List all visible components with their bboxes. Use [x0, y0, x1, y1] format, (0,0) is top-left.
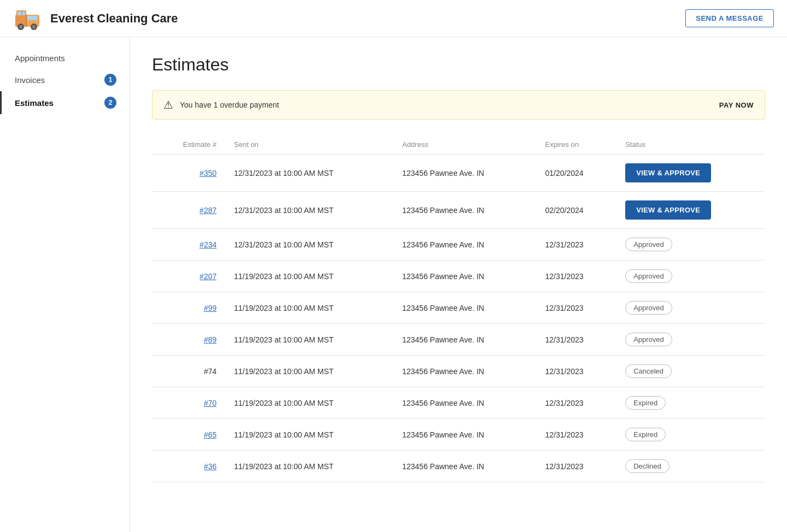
expires-on-cell: 12/31/2023 — [536, 356, 616, 387]
sidebar-item-invoices[interactable]: Invoices 1 — [0, 68, 130, 91]
company-name: Everest Cleaning Care — [50, 11, 178, 26]
table-row: #7411/19/2023 at 10:00 AM MST123456 Pawn… — [152, 356, 765, 387]
estimate-link[interactable]: #99 — [204, 304, 216, 312]
table-row: #6511/19/2023 at 10:00 AM MST123456 Pawn… — [152, 419, 765, 451]
address-cell: 123456 Pawnee Ave. IN — [393, 261, 537, 292]
invoices-badge: 1 — [104, 74, 116, 86]
status-cell: Expired — [616, 419, 765, 451]
status-cell: Approved — [616, 324, 765, 356]
expires-on-cell: 12/31/2023 — [536, 261, 616, 292]
expires-on-cell: 12/31/2023 — [536, 387, 616, 419]
status-badge: Approved — [625, 269, 672, 283]
expires-on-cell: 12/31/2023 — [536, 451, 616, 482]
svg-point-9 — [32, 25, 36, 28]
sidebar-item-estimates[interactable]: Estimates 2 — [0, 91, 130, 114]
view-approve-button[interactable]: VIEW & APPROVE — [625, 163, 711, 182]
alert-text: You have 1 overdue payment — [180, 101, 279, 109]
status-badge: Approved — [625, 238, 672, 251]
page-title: Estimates — [152, 55, 765, 75]
status-cell: VIEW & APPROVE — [616, 155, 765, 192]
sent-on-cell: 11/19/2023 at 10:00 AM MST — [225, 419, 393, 451]
sent-on-cell: 12/31/2023 at 10:00 AM MST — [225, 192, 393, 229]
status-cell: Approved — [616, 261, 765, 292]
status-cell: Declined — [616, 451, 765, 482]
svg-rect-3 — [17, 11, 21, 15]
col-expires-on: Expires on — [536, 135, 616, 155]
address-cell: 123456 Pawnee Ave. IN — [393, 419, 537, 451]
address-cell: 123456 Pawnee Ave. IN — [393, 155, 537, 192]
estimate-id-cell: #70 — [152, 387, 225, 419]
sidebar-item-estimates-label: Estimates — [15, 98, 54, 108]
table-row: #23412/31/2023 at 10:00 AM MST123456 Paw… — [152, 229, 765, 261]
address-cell: 123456 Pawnee Ave. IN — [393, 192, 537, 229]
address-cell: 123456 Pawnee Ave. IN — [393, 356, 537, 387]
address-cell: 123456 Pawnee Ave. IN — [393, 451, 537, 482]
sidebar-item-appointments-label: Appointments — [15, 54, 65, 63]
main-content: Estimates ⚠ You have 1 overdue payment P… — [130, 37, 787, 532]
alert-left: ⚠ You have 1 overdue payment — [163, 98, 279, 111]
estimate-link[interactable]: #207 — [199, 272, 216, 281]
status-badge: Approved — [625, 301, 672, 315]
table-row: #35012/31/2023 at 10:00 AM MST123456 Paw… — [152, 155, 765, 192]
sidebar: Appointments Invoices 1 Estimates 2 — [0, 37, 130, 532]
estimate-id-cell: #65 — [152, 419, 225, 451]
estimate-link[interactable]: #36 — [204, 462, 216, 471]
svg-rect-4 — [22, 11, 25, 15]
sidebar-item-appointments[interactable]: Appointments — [0, 48, 130, 68]
app-header: Everest Cleaning Care SEND A MESSAGE — [0, 0, 787, 37]
col-address: Address — [393, 135, 537, 155]
estimate-link[interactable]: #89 — [204, 335, 216, 344]
estimate-id-cell: #89 — [152, 324, 225, 356]
estimate-link[interactable]: #287 — [199, 206, 216, 215]
table-header-row: Estimate # Sent on Address Expires on St… — [152, 135, 765, 155]
sent-on-cell: 12/31/2023 at 10:00 AM MST — [225, 229, 393, 261]
sent-on-cell: 11/19/2023 at 10:00 AM MST — [225, 451, 393, 482]
address-cell: 123456 Pawnee Ave. IN — [393, 324, 537, 356]
estimate-id-cell: #99 — [152, 292, 225, 324]
estimate-link[interactable]: #70 — [204, 399, 216, 407]
svg-rect-5 — [27, 16, 37, 20]
estimate-link[interactable]: #65 — [204, 430, 216, 439]
overdue-alert-banner: ⚠ You have 1 overdue payment PAY NOW — [152, 90, 765, 120]
status-cell: Approved — [616, 292, 765, 324]
expires-on-cell: 12/31/2023 — [536, 324, 616, 356]
expires-on-cell: 12/31/2023 — [536, 229, 616, 261]
table-row: #3611/19/2023 at 10:00 AM MST123456 Pawn… — [152, 451, 765, 482]
sent-on-cell: 11/19/2023 at 10:00 AM MST — [225, 324, 393, 356]
address-cell: 123456 Pawnee Ave. IN — [393, 292, 537, 324]
estimate-link[interactable]: #350 — [199, 169, 216, 178]
sent-on-cell: 11/19/2023 at 10:00 AM MST — [225, 261, 393, 292]
estimate-id-cell: #36 — [152, 451, 225, 482]
table-row: #9911/19/2023 at 10:00 AM MST123456 Pawn… — [152, 292, 765, 324]
address-cell: 123456 Pawnee Ave. IN — [393, 229, 537, 261]
pay-now-button[interactable]: PAY NOW — [719, 101, 754, 109]
sent-on-cell: 12/31/2023 at 10:00 AM MST — [225, 155, 393, 192]
estimate-link[interactable]: #234 — [199, 240, 216, 249]
estimate-id-cell: #287 — [152, 192, 225, 229]
status-badge: Canceled — [625, 364, 672, 378]
svg-point-7 — [19, 25, 22, 28]
table-row: #8911/19/2023 at 10:00 AM MST123456 Pawn… — [152, 324, 765, 356]
estimate-id-cell: #234 — [152, 229, 225, 261]
estimates-badge: 2 — [104, 97, 116, 109]
expires-on-cell: 02/20/2024 — [536, 192, 616, 229]
status-cell: Expired — [616, 387, 765, 419]
status-badge: Approved — [625, 333, 672, 346]
col-estimate-num: Estimate # — [152, 135, 225, 155]
estimate-id-cell: #74 — [152, 356, 225, 387]
sent-on-cell: 11/19/2023 at 10:00 AM MST — [225, 292, 393, 324]
expires-on-cell: 12/31/2023 — [536, 419, 616, 451]
status-badge: Expired — [625, 428, 666, 441]
view-approve-button[interactable]: VIEW & APPROVE — [625, 200, 711, 220]
status-cell: Approved — [616, 229, 765, 261]
col-status: Status — [616, 135, 765, 155]
estimates-table: Estimate # Sent on Address Expires on St… — [152, 135, 765, 482]
table-row: #7011/19/2023 at 10:00 AM MST123456 Pawn… — [152, 387, 765, 419]
estimate-id-cell: #207 — [152, 261, 225, 292]
expires-on-cell: 01/20/2024 — [536, 155, 616, 192]
send-message-button[interactable]: SEND A MESSAGE — [685, 9, 774, 27]
estimate-id-cell: #350 — [152, 155, 225, 192]
sidebar-item-invoices-label: Invoices — [15, 75, 45, 85]
status-badge: Expired — [625, 396, 666, 410]
address-cell: 123456 Pawnee Ave. IN — [393, 387, 537, 419]
